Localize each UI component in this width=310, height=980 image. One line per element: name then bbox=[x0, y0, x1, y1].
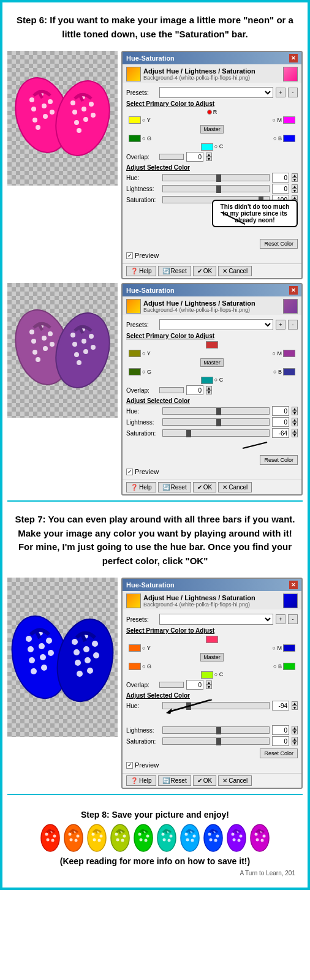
hue-thumb-1[interactable] bbox=[216, 175, 221, 182]
swatch-b2 bbox=[283, 368, 295, 375]
cancel-btn-3[interactable]: ✕ Cancel bbox=[218, 775, 252, 786]
ov-dn-3[interactable]: ▼ bbox=[206, 685, 212, 689]
sandal-orange bbox=[62, 823, 85, 853]
master-btn-3[interactable]: Master bbox=[200, 653, 224, 662]
ok-btn-1[interactable]: ✔ OK bbox=[193, 266, 216, 276]
saturation-thumb-2[interactable] bbox=[186, 430, 191, 437]
preview-check-3[interactable]: ✓ bbox=[126, 762, 133, 769]
svg-marker-68 bbox=[166, 708, 172, 714]
ov-up-3[interactable]: ▲ bbox=[206, 680, 212, 685]
presets-add[interactable]: + bbox=[276, 88, 285, 97]
preview-check-1[interactable]: ✓ bbox=[126, 252, 133, 259]
sat-dn-2[interactable]: ▼ bbox=[292, 433, 298, 437]
sat-up-2[interactable]: ▲ bbox=[292, 429, 298, 433]
lightness-track-2[interactable] bbox=[162, 418, 270, 426]
swatch-m2 bbox=[283, 350, 295, 357]
svg-point-7 bbox=[50, 110, 55, 115]
svg-point-6 bbox=[42, 104, 47, 108]
svg-point-81 bbox=[88, 824, 106, 851]
ok-btn-3[interactable]: ✔ OK bbox=[193, 775, 216, 786]
dialog-2-close[interactable]: ✕ bbox=[289, 286, 298, 295]
hue-up-2[interactable]: ▲ bbox=[292, 407, 298, 411]
svg-point-96 bbox=[146, 835, 149, 838]
presets-add-3[interactable]: + bbox=[276, 614, 285, 624]
ov-dn-2[interactable]: ▼ bbox=[206, 390, 212, 394]
sat-dn-3[interactable]: ▼ bbox=[292, 741, 298, 745]
overlap-up-1[interactable]: ▲ bbox=[206, 153, 212, 157]
reset-row-1: Reset Color bbox=[126, 238, 298, 250]
hue-dn-1[interactable]: ▼ bbox=[292, 178, 298, 182]
lt-up-1[interactable]: ▲ bbox=[292, 184, 298, 189]
overlap-label-2: Overlap: bbox=[126, 387, 157, 394]
hue-dn-2[interactable]: ▼ bbox=[292, 411, 298, 415]
presets-del-2[interactable]: - bbox=[288, 320, 298, 330]
cancel-btn-2[interactable]: ✕ Cancel bbox=[218, 482, 252, 492]
hue-up-1[interactable]: ▲ bbox=[292, 173, 298, 178]
radio-m-label: ○ M bbox=[273, 117, 282, 123]
overlap-row-1: Overlap: 0 ▲ ▼ bbox=[126, 152, 298, 162]
lt-dn-1[interactable]: ▼ bbox=[292, 189, 298, 193]
lt-up-3[interactable]: ▲ bbox=[292, 726, 298, 730]
svg-point-41 bbox=[74, 352, 79, 357]
ok-btn-2[interactable]: ✔ OK bbox=[193, 482, 216, 492]
lt-dn-3[interactable]: ▼ bbox=[292, 730, 298, 734]
dialog-3-close[interactable]: ✕ bbox=[289, 581, 298, 589]
master-btn-2[interactable]: Master bbox=[200, 358, 224, 367]
reset-footer-btn-3[interactable]: 🔄 Reset bbox=[158, 775, 191, 786]
radio-b3-label: ○ B bbox=[273, 663, 282, 669]
help-btn-1[interactable]: ❓ Help bbox=[126, 266, 156, 276]
master-btn-1[interactable]: Master bbox=[200, 125, 224, 134]
hue-dn-3[interactable]: ▼ bbox=[292, 706, 298, 710]
reset-btn-2[interactable]: Reset Color bbox=[260, 455, 298, 465]
svg-point-58 bbox=[72, 639, 78, 645]
dialog-2-body: Presets: + - Select Primary Color to Adj… bbox=[123, 315, 301, 480]
hue-track-1[interactable] bbox=[162, 174, 270, 181]
reset-btn-1[interactable]: Reset Color bbox=[260, 239, 298, 249]
presets-dropdown-3[interactable] bbox=[159, 614, 273, 625]
hue-thumb-2[interactable] bbox=[216, 408, 221, 415]
presets-del-3[interactable]: - bbox=[288, 614, 298, 624]
svg-point-20 bbox=[83, 117, 88, 122]
saturation-track-2[interactable] bbox=[162, 429, 270, 437]
lightness-label-2: Lightness: bbox=[126, 419, 160, 426]
reset-footer-btn-2[interactable]: 🔄 Reset bbox=[158, 482, 191, 492]
svg-point-40 bbox=[91, 345, 96, 350]
lt-up-2[interactable]: ▲ bbox=[292, 418, 298, 422]
preview-check-2[interactable]: ✓ bbox=[126, 469, 133, 475]
saturation-val-3: 0 bbox=[272, 736, 289, 746]
cancel-btn-1[interactable]: ✕ Cancel bbox=[218, 266, 252, 276]
overlap-dn-1[interactable]: ▼ bbox=[206, 157, 212, 161]
lightness-thumb-3[interactable] bbox=[216, 727, 221, 734]
lightness-label-3: Lightness: bbox=[126, 727, 160, 734]
arrow-annotation-2 bbox=[126, 439, 298, 453]
presets-del[interactable]: - bbox=[288, 88, 298, 97]
lightness-row-1: Lightness: 0 ▲▼ bbox=[126, 184, 298, 194]
sat-up-1[interactable]: ▲ bbox=[292, 195, 298, 200]
lightness-thumb-2[interactable] bbox=[216, 419, 221, 426]
hue-track-2[interactable] bbox=[162, 407, 270, 415]
svg-point-80 bbox=[75, 839, 78, 842]
reset-footer-btn-1[interactable]: 🔄 Reset bbox=[158, 266, 191, 276]
svg-point-79 bbox=[70, 839, 73, 842]
presets-add-2[interactable]: + bbox=[276, 320, 285, 330]
svg-point-126 bbox=[263, 835, 266, 838]
presets-dropdown[interactable] bbox=[159, 87, 273, 98]
saturation-track-3[interactable] bbox=[162, 737, 270, 745]
ov-up-2[interactable]: ▲ bbox=[206, 386, 212, 390]
help-btn-3[interactable]: ❓ Help bbox=[126, 775, 156, 786]
sat-up-3[interactable]: ▲ bbox=[292, 737, 298, 741]
dialog-1-close[interactable]: ✕ bbox=[289, 54, 298, 62]
lightness-thumb-1[interactable] bbox=[216, 186, 221, 193]
hue-up-3[interactable]: ▲ bbox=[292, 701, 298, 706]
flip-flop-canvas-2 bbox=[7, 283, 118, 418]
reset-btn-3[interactable]: Reset Color bbox=[260, 748, 298, 758]
lt-dn-2[interactable]: ▼ bbox=[292, 422, 298, 426]
presets-dropdown-2[interactable] bbox=[159, 319, 273, 330]
svg-point-24 bbox=[29, 330, 34, 334]
saturation-thumb-3[interactable] bbox=[216, 738, 221, 745]
swatch-b3 bbox=[283, 663, 295, 670]
dialog-2-icon bbox=[126, 299, 141, 314]
lightness-track-1[interactable] bbox=[162, 185, 270, 192]
lightness-track-3[interactable] bbox=[162, 726, 270, 734]
help-btn-2[interactable]: ❓ Help bbox=[126, 482, 156, 492]
